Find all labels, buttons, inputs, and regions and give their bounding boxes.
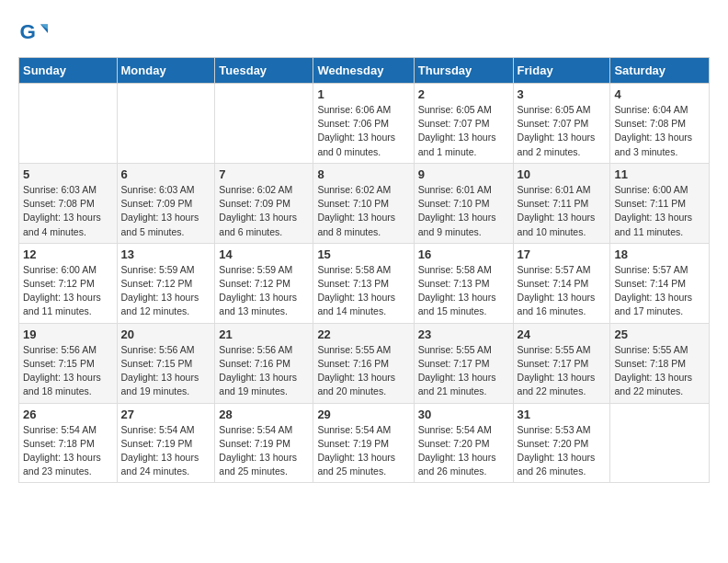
calendar-cell: 8Sunrise: 6:02 AM Sunset: 7:10 PM Daylig… <box>313 163 414 243</box>
calendar-cell: 23Sunrise: 5:55 AM Sunset: 7:17 PM Dayli… <box>414 323 513 403</box>
day-info: Sunrise: 6:05 AM Sunset: 7:07 PM Dayligh… <box>518 103 607 159</box>
day-number: 28 <box>219 408 309 421</box>
day-info: Sunrise: 5:54 AM Sunset: 7:19 PM Dayligh… <box>121 423 211 479</box>
day-info: Sunrise: 5:55 AM Sunset: 7:18 PM Dayligh… <box>614 343 705 399</box>
calendar-cell: 24Sunrise: 5:55 AM Sunset: 7:17 PM Dayli… <box>513 323 610 403</box>
calendar-cell: 29Sunrise: 5:54 AM Sunset: 7:19 PM Dayli… <box>313 403 414 483</box>
day-info: Sunrise: 5:56 AM Sunset: 7:16 PM Dayligh… <box>219 343 309 399</box>
page-header: G <box>18 18 710 48</box>
logo-icon: G <box>18 18 48 48</box>
calendar-cell: 18Sunrise: 5:57 AM Sunset: 7:14 PM Dayli… <box>610 243 710 323</box>
calendar-cell <box>117 84 215 164</box>
day-number: 14 <box>219 247 309 261</box>
day-number: 24 <box>518 327 607 341</box>
day-number: 5 <box>23 167 113 181</box>
day-info: Sunrise: 6:05 AM Sunset: 7:07 PM Dayligh… <box>418 103 509 159</box>
weekday-header: Saturday <box>610 58 710 84</box>
day-number: 21 <box>219 327 309 341</box>
weekday-header: Sunday <box>19 58 118 84</box>
day-number: 31 <box>518 408 607 421</box>
calendar-cell: 31Sunrise: 5:53 AM Sunset: 7:20 PM Dayli… <box>513 403 610 483</box>
day-number: 10 <box>518 167 607 181</box>
day-info: Sunrise: 5:59 AM Sunset: 7:12 PM Dayligh… <box>121 263 211 319</box>
day-info: Sunrise: 5:59 AM Sunset: 7:12 PM Dayligh… <box>219 263 309 319</box>
day-number: 20 <box>121 327 211 341</box>
day-info: Sunrise: 5:56 AM Sunset: 7:15 PM Dayligh… <box>23 343 113 399</box>
weekday-header: Thursday <box>414 58 513 84</box>
calendar-cell: 10Sunrise: 6:01 AM Sunset: 7:11 PM Dayli… <box>513 163 610 243</box>
calendar-cell: 12Sunrise: 6:00 AM Sunset: 7:12 PM Dayli… <box>19 243 118 323</box>
calendar-cell <box>610 403 710 483</box>
calendar-cell: 14Sunrise: 5:59 AM Sunset: 7:12 PM Dayli… <box>215 243 313 323</box>
day-info: Sunrise: 6:02 AM Sunset: 7:09 PM Dayligh… <box>219 183 309 239</box>
day-info: Sunrise: 6:06 AM Sunset: 7:06 PM Dayligh… <box>317 103 409 159</box>
day-number: 13 <box>121 247 211 261</box>
day-number: 30 <box>418 408 509 421</box>
calendar-cell: 22Sunrise: 5:55 AM Sunset: 7:16 PM Dayli… <box>313 323 414 403</box>
day-number: 9 <box>418 167 509 181</box>
calendar-cell: 15Sunrise: 5:58 AM Sunset: 7:13 PM Dayli… <box>313 243 414 323</box>
day-number: 22 <box>317 327 409 341</box>
day-number: 11 <box>614 167 705 181</box>
calendar-cell: 6Sunrise: 6:03 AM Sunset: 7:09 PM Daylig… <box>117 163 215 243</box>
day-info: Sunrise: 6:00 AM Sunset: 7:11 PM Dayligh… <box>614 183 705 239</box>
day-info: Sunrise: 5:58 AM Sunset: 7:13 PM Dayligh… <box>418 263 509 319</box>
calendar-cell: 30Sunrise: 5:54 AM Sunset: 7:20 PM Dayli… <box>414 403 513 483</box>
weekday-header: Monday <box>117 58 215 84</box>
calendar-cell: 3Sunrise: 6:05 AM Sunset: 7:07 PM Daylig… <box>513 84 610 164</box>
weekday-header: Wednesday <box>313 58 414 84</box>
calendar-table: SundayMondayTuesdayWednesdayThursdayFrid… <box>18 57 710 483</box>
calendar-cell: 17Sunrise: 5:57 AM Sunset: 7:14 PM Dayli… <box>513 243 610 323</box>
calendar-week-row: 12Sunrise: 6:00 AM Sunset: 7:12 PM Dayli… <box>19 243 710 323</box>
weekday-header: Tuesday <box>215 58 313 84</box>
day-info: Sunrise: 6:01 AM Sunset: 7:10 PM Dayligh… <box>418 183 509 239</box>
calendar-cell: 2Sunrise: 6:05 AM Sunset: 7:07 PM Daylig… <box>414 84 513 164</box>
day-number: 18 <box>614 247 705 261</box>
calendar-week-row: 5Sunrise: 6:03 AM Sunset: 7:08 PM Daylig… <box>19 163 710 243</box>
calendar-cell: 28Sunrise: 5:54 AM Sunset: 7:19 PM Dayli… <box>215 403 313 483</box>
day-info: Sunrise: 6:01 AM Sunset: 7:11 PM Dayligh… <box>518 183 607 239</box>
calendar-week-row: 1Sunrise: 6:06 AM Sunset: 7:06 PM Daylig… <box>19 84 710 164</box>
day-info: Sunrise: 5:54 AM Sunset: 7:18 PM Dayligh… <box>23 423 113 479</box>
day-number: 3 <box>518 87 607 101</box>
day-number: 19 <box>23 327 113 341</box>
calendar-cell <box>215 84 313 164</box>
day-info: Sunrise: 6:03 AM Sunset: 7:09 PM Dayligh… <box>121 183 211 239</box>
calendar-cell <box>19 84 118 164</box>
day-number: 4 <box>614 87 705 101</box>
day-number: 12 <box>23 247 113 261</box>
calendar-week-row: 19Sunrise: 5:56 AM Sunset: 7:15 PM Dayli… <box>19 323 710 403</box>
calendar-cell: 13Sunrise: 5:59 AM Sunset: 7:12 PM Dayli… <box>117 243 215 323</box>
day-number: 17 <box>518 247 607 261</box>
day-info: Sunrise: 6:03 AM Sunset: 7:08 PM Dayligh… <box>23 183 113 239</box>
day-info: Sunrise: 5:57 AM Sunset: 7:14 PM Dayligh… <box>614 263 705 319</box>
calendar-cell: 1Sunrise: 6:06 AM Sunset: 7:06 PM Daylig… <box>313 84 414 164</box>
calendar-cell: 7Sunrise: 6:02 AM Sunset: 7:09 PM Daylig… <box>215 163 313 243</box>
day-info: Sunrise: 5:54 AM Sunset: 7:20 PM Dayligh… <box>418 423 509 479</box>
calendar-cell: 19Sunrise: 5:56 AM Sunset: 7:15 PM Dayli… <box>19 323 118 403</box>
weekday-header: Friday <box>513 58 610 84</box>
day-info: Sunrise: 5:54 AM Sunset: 7:19 PM Dayligh… <box>317 423 409 479</box>
calendar-cell: 4Sunrise: 6:04 AM Sunset: 7:08 PM Daylig… <box>610 84 710 164</box>
calendar-week-row: 26Sunrise: 5:54 AM Sunset: 7:18 PM Dayli… <box>19 403 710 483</box>
day-number: 8 <box>317 167 409 181</box>
calendar-cell: 21Sunrise: 5:56 AM Sunset: 7:16 PM Dayli… <box>215 323 313 403</box>
calendar-cell: 26Sunrise: 5:54 AM Sunset: 7:18 PM Dayli… <box>19 403 118 483</box>
calendar-cell: 16Sunrise: 5:58 AM Sunset: 7:13 PM Dayli… <box>414 243 513 323</box>
day-info: Sunrise: 6:02 AM Sunset: 7:10 PM Dayligh… <box>317 183 409 239</box>
calendar-cell: 20Sunrise: 5:56 AM Sunset: 7:15 PM Dayli… <box>117 323 215 403</box>
calendar-cell: 11Sunrise: 6:00 AM Sunset: 7:11 PM Dayli… <box>610 163 710 243</box>
day-number: 2 <box>418 87 509 101</box>
day-number: 25 <box>614 327 705 341</box>
day-number: 15 <box>317 247 409 261</box>
day-number: 1 <box>317 87 409 101</box>
calendar-cell: 9Sunrise: 6:01 AM Sunset: 7:10 PM Daylig… <box>414 163 513 243</box>
day-info: Sunrise: 6:00 AM Sunset: 7:12 PM Dayligh… <box>23 263 113 319</box>
day-info: Sunrise: 5:56 AM Sunset: 7:15 PM Dayligh… <box>121 343 211 399</box>
day-info: Sunrise: 6:04 AM Sunset: 7:08 PM Dayligh… <box>614 103 705 159</box>
weekday-header-row: SundayMondayTuesdayWednesdayThursdayFrid… <box>19 58 710 84</box>
day-number: 23 <box>418 327 509 341</box>
day-number: 27 <box>121 408 211 421</box>
logo: G <box>18 18 51 48</box>
day-number: 26 <box>23 408 113 421</box>
